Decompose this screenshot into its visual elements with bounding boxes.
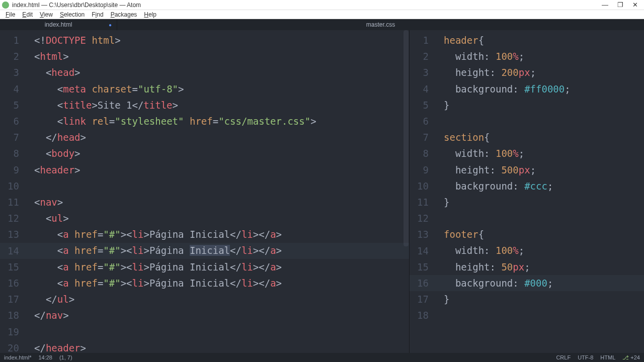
line-number: 9 [0,162,26,178]
code-line[interactable]: <meta charset="utf-8"> [34,81,316,97]
code-line[interactable]: height: 200px; [444,64,571,80]
line-number: 11 [410,194,436,210]
line-number: 6 [410,113,436,129]
code-line[interactable]: </nav> [34,307,316,323]
line-number: 20 [0,340,26,353]
code-line[interactable]: <html> [34,48,316,64]
status-file[interactable]: index.html* [4,354,31,360]
status-encoding[interactable]: UTF-8 [578,354,593,360]
line-number: 6 [0,113,26,129]
code-line[interactable]: background: #ccc; [444,178,571,194]
editor-pane-left[interactable]: 1234567891011121314151617181920 <!DOCTYP… [0,30,410,353]
code-line[interactable]: width: 100%; [444,48,571,64]
maximize-button[interactable]: ❐ [617,1,623,9]
editor-area: 1234567891011121314151617181920 <!DOCTYP… [0,30,644,353]
code-line[interactable]: } [444,291,571,307]
line-number: 10 [410,178,436,194]
code-line[interactable]: width: 100%; [444,145,571,161]
code-line[interactable]: <a href="#"><li>Página Inicial</li></a> [34,226,316,242]
line-number: 4 [410,81,436,97]
line-number: 19 [0,324,26,340]
code-line[interactable]: </ul> [34,291,316,307]
line-number: 1 [410,32,436,48]
code-line[interactable]: height: 500px; [444,162,571,178]
menu-file[interactable]: File [2,11,19,18]
line-number: 18 [0,307,26,323]
code-line[interactable]: background: #000; [444,275,571,291]
line-number: 18 [410,307,436,323]
code-line[interactable]: height: 50px; [444,259,571,275]
code-line[interactable]: background: #ff0000; [444,81,571,97]
status-selection: (1, 7) [59,354,72,360]
menu-help[interactable]: Help [140,11,160,18]
minimize-button[interactable]: — [602,1,608,9]
scrollbar[interactable] [404,30,409,246]
close-button[interactable]: ✕ [632,1,638,9]
menu-selection[interactable]: Selection [56,11,88,18]
line-number: 13 [410,226,436,242]
line-number: 3 [0,64,26,80]
line-number: 12 [410,210,436,226]
code-line[interactable]: <a href="#"><li>Página Inicial</li></a> [34,259,316,275]
line-number: 17 [410,291,436,307]
line-number: 8 [0,145,26,161]
code-line[interactable]: <header> [34,162,316,178]
line-number: 17 [0,291,26,307]
line-number: 12 [0,210,26,226]
line-number: 7 [0,129,26,145]
code-line[interactable]: <a href="#"><li>Página Inicial</li></a> [34,275,316,291]
tab-master-css[interactable]: master.css [117,19,644,30]
code-line[interactable]: } [444,97,571,113]
gutter-right: 123456789101112131415161718 [410,30,436,324]
line-number: 3 [410,64,436,80]
status-eol[interactable]: CRLF [556,354,571,360]
code-line[interactable]: header{ [444,32,571,48]
status-cursor-pos[interactable]: 14:28 [38,354,52,360]
status-bar: index.html* 14:28 (1, 7) CRLF UTF-8 HTML… [0,353,644,362]
code-line[interactable]: <head> [34,64,316,80]
code-line[interactable]: section{ [444,129,571,145]
line-number: 5 [410,97,436,113]
code-right[interactable]: header{ width: 100%; height: 200px; back… [444,32,571,323]
code-line[interactable]: } [444,194,571,210]
tab-bar: index.html master.css [0,19,644,30]
code-line[interactable]: footer{ [444,226,571,242]
code-line[interactable]: <!DOCTYPE html> [34,32,316,48]
code-line[interactable]: <a href="#"><li>Página Inicial</li></a> [34,242,316,258]
code-line[interactable] [444,210,571,226]
line-number: 11 [0,194,26,210]
menu-view[interactable]: View [36,11,56,18]
tab-index-html[interactable]: index.html [0,19,117,30]
menu-find[interactable]: Find [88,11,107,18]
line-number: 5 [0,97,26,113]
line-number: 2 [0,48,26,64]
code-line[interactable] [444,307,571,323]
line-number: 7 [410,129,436,145]
editor-pane-right[interactable]: 123456789101112131415161718 header{ widt… [410,30,644,353]
line-number: 15 [410,259,436,275]
code-left[interactable]: <!DOCTYPE html><html> <head> <meta chars… [34,32,316,353]
code-line[interactable]: <body> [34,145,316,161]
gutter-left: 1234567891011121314151617181920 [0,30,26,353]
code-line[interactable]: <nav> [34,194,316,210]
line-number: 10 [0,178,26,194]
code-line[interactable] [34,178,316,194]
code-line[interactable]: width: 100%; [444,242,571,258]
code-line[interactable]: <ul> [34,210,316,226]
code-line[interactable]: </header> [34,340,316,353]
line-number: 16 [410,275,436,291]
window-titlebar: index.html — C:\Users\dbr\Desktop\site —… [0,0,644,10]
menu-packages[interactable]: Packages [107,11,141,18]
code-line[interactable] [444,113,571,129]
code-line[interactable]: </head> [34,129,316,145]
status-git[interactable]: +24 [622,354,640,361]
code-line[interactable]: <title>Site 1</title> [34,97,316,113]
code-line[interactable] [34,323,316,339]
atom-icon [2,2,9,9]
line-number: 14 [0,243,26,259]
code-line[interactable]: <link rel="stylesheet" href="css/master.… [34,113,316,129]
menu-edit[interactable]: Edit [19,11,36,18]
line-number: 4 [0,81,26,97]
status-language[interactable]: HTML [600,354,615,360]
line-number: 15 [0,259,26,275]
